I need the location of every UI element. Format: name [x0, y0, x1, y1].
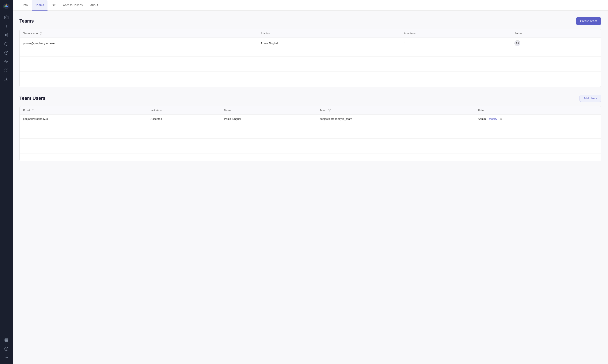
svg-point-24: [6, 357, 7, 358]
teams-table: Team Name Admins Members Author poojas@p…: [20, 29, 601, 87]
cell-role: [474, 138, 601, 146]
cell-team-ref: [316, 146, 474, 154]
modify-link[interactable]: Modify: [489, 117, 497, 120]
sidebar-item-graph[interactable]: [2, 31, 10, 39]
page-content: Teams Create Team Team Name Admins Membe…: [13, 11, 608, 364]
col-author: Author: [511, 29, 601, 38]
author-avatar: PS: [514, 40, 520, 46]
svg-point-22: [5, 347, 8, 351]
col-name: Name: [221, 106, 316, 115]
cell-name: [221, 154, 316, 161]
app-logo[interactable]: [2, 2, 10, 10]
cell-author: [511, 72, 601, 79]
email-search-icon[interactable]: [32, 109, 35, 112]
sidebar-item-add[interactable]: [2, 22, 10, 30]
cell-role: [474, 146, 601, 154]
users-table-row: poojas@prophecy.io Accepted Pooja Singha…: [20, 115, 601, 123]
cell-members: [401, 72, 511, 79]
tab-access-tokens[interactable]: Access Tokens: [60, 0, 86, 11]
cell-role: [474, 131, 601, 138]
cell-role: [474, 123, 601, 131]
cell-team-name: [20, 56, 257, 64]
cell-invitation: [147, 146, 221, 154]
cell-members: [401, 56, 511, 64]
cell-team-ref: [316, 154, 474, 161]
add-users-button[interactable]: Add Users: [580, 95, 601, 102]
cell-name: [221, 138, 316, 146]
cell-name: [221, 146, 316, 154]
teams-table-container: Team Name Admins Members Author poojas@p…: [19, 29, 601, 87]
sidebar-item-table[interactable]: [2, 336, 10, 344]
sidebar-item-monitoring[interactable]: [2, 58, 10, 65]
tab-info[interactable]: Info: [19, 0, 31, 11]
cell-admins: [257, 49, 401, 56]
sidebar-item-pipelines[interactable]: [2, 67, 10, 74]
cell-invitation: [147, 154, 221, 161]
cell-team-name: [20, 64, 257, 72]
cell-email: [20, 131, 147, 138]
svg-point-4: [6, 17, 7, 18]
cell-members: [401, 64, 511, 72]
sidebar-item-snapshots[interactable]: [2, 13, 10, 21]
teams-table-row: [20, 49, 601, 56]
cell-author: [511, 49, 601, 56]
cell-author: [511, 79, 601, 87]
col-role: Role: [474, 106, 601, 115]
teams-section-header: Teams Create Team: [19, 17, 601, 25]
teams-title: Teams: [19, 18, 34, 24]
users-table-row: [20, 146, 601, 154]
svg-line-28: [41, 34, 42, 35]
cell-admins: Pooja Singhal: [257, 38, 401, 49]
team-filter-icon[interactable]: [328, 109, 331, 112]
cell-team-ref: [316, 138, 474, 146]
svg-line-30: [34, 111, 34, 112]
cell-admins: [257, 72, 401, 79]
svg-marker-31: [328, 109, 331, 112]
cell-admins: [257, 79, 401, 87]
cell-invitation: [147, 138, 221, 146]
create-team-button[interactable]: Create Team: [576, 17, 601, 25]
col-admins: Admins: [257, 29, 401, 38]
tab-about[interactable]: About: [87, 0, 102, 11]
teams-table-row: [20, 72, 601, 79]
cell-members: [401, 79, 511, 87]
cell-author: PS: [511, 38, 601, 49]
svg-rect-15: [5, 71, 6, 72]
teams-table-row: [20, 56, 601, 64]
cell-email: [20, 138, 147, 146]
team-users-table-header-row: Email Invitation Name Team Rol: [20, 106, 601, 115]
sidebar-item-more[interactable]: [2, 354, 10, 362]
sidebar-item-gems[interactable]: [2, 40, 10, 48]
svg-rect-18: [5, 338, 8, 342]
cell-name: Pooja Singhal: [221, 115, 316, 123]
cell-invitation: Accepted: [147, 115, 221, 123]
users-table-row: [20, 131, 601, 138]
svg-line-10: [6, 35, 7, 36]
col-invitation: Invitation: [147, 106, 221, 115]
users-table-row: [20, 138, 601, 146]
sidebar-item-help[interactable]: [2, 345, 10, 353]
team-users-table: Email Invitation Name Team Rol: [20, 106, 601, 161]
svg-rect-13: [5, 69, 6, 70]
sidebar-item-history[interactable]: [2, 49, 10, 56]
cell-role: Admin Modify 🗑: [474, 115, 601, 123]
delete-user-icon[interactable]: 🗑: [500, 117, 503, 121]
cell-team-name: [20, 49, 257, 56]
teams-table-row: [20, 64, 601, 72]
cell-name: [221, 131, 316, 138]
teams-table-row: poojas@prophecy.io_team Pooja Singhal 1 …: [20, 38, 601, 49]
cell-email: [20, 154, 147, 161]
tab-bar: Info Teams Git Access Tokens About: [13, 0, 608, 11]
tab-teams[interactable]: Teams: [32, 0, 47, 11]
cell-role-label: Admin: [478, 117, 486, 120]
team-users-table-container: Email Invitation Name Team Rol: [19, 106, 601, 162]
cell-team-ref: [316, 131, 474, 138]
team-name-search-icon[interactable]: [40, 32, 42, 35]
sidebar-item-download[interactable]: [2, 76, 10, 83]
teams-table-row: [20, 79, 601, 87]
users-table-row: [20, 123, 601, 131]
cell-team-ref: [316, 123, 474, 131]
team-users-title: Team Users: [19, 95, 45, 101]
svg-point-25: [7, 357, 8, 358]
tab-git[interactable]: Git: [48, 0, 59, 11]
